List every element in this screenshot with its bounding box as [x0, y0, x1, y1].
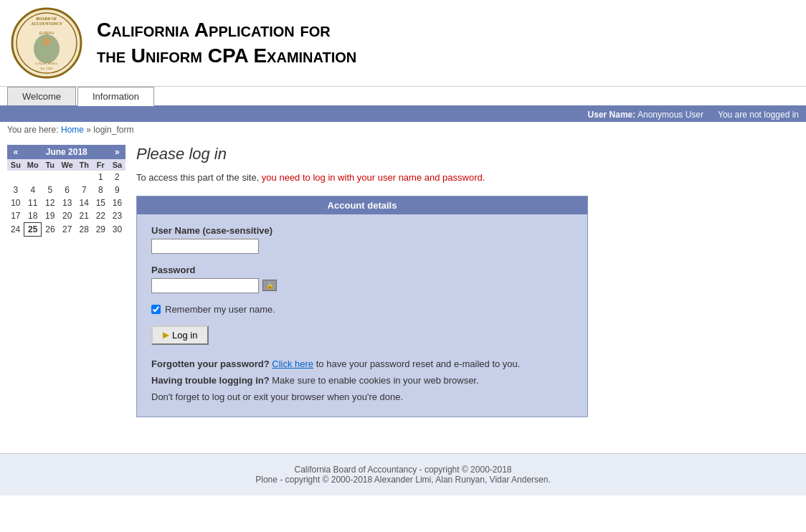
help-text: Forgotten your password? Click here to h…: [151, 356, 573, 406]
page-footer: California Board of Accountancy - copyri…: [0, 453, 806, 495]
calendar-day[interactable]: 6: [59, 184, 76, 196]
calendar-day[interactable]: 9: [109, 184, 125, 196]
calendar-day[interactable]: 23: [109, 209, 125, 223]
main-content: Please log in To access this part of the…: [136, 145, 799, 417]
site-logo: BOARD OF ACCOUNTANCY EUREKA CALIFORNIA E…: [11, 7, 82, 79]
calendar-month-year: June 2018: [24, 145, 109, 159]
tab-welcome[interactable]: Welcome: [7, 87, 76, 105]
remember-me-checkbox[interactable]: [151, 305, 161, 314]
footer-line2: Plone - copyright © 2000-2018 Alexander …: [11, 475, 795, 485]
intro-highlight: you need to log in with your user name a…: [262, 172, 485, 183]
svg-text:CALIFORNIA: CALIFORNIA: [36, 62, 58, 65]
calendar-day[interactable]: 29: [93, 223, 109, 237]
password-icon[interactable]: 🔒: [262, 280, 277, 291]
sidebar: « June 2018 » Su Mo Tu We Th Fr Sa 1 2: [7, 145, 125, 417]
calendar-day[interactable]: 17: [7, 209, 24, 223]
password-input-row: 🔒: [151, 278, 573, 293]
svg-text:BOARD OF: BOARD OF: [37, 16, 58, 21]
password-input[interactable]: [151, 278, 259, 293]
calendar-day[interactable]: 21: [76, 209, 93, 223]
calendar-day[interactable]: 10: [7, 196, 24, 209]
remember-me-row: Remember my user name.: [151, 304, 573, 315]
navigation-tabs: Welcome Information: [0, 87, 806, 108]
calendar-day[interactable]: 2: [109, 171, 125, 184]
calendar-day[interactable]: 22: [93, 209, 109, 223]
calendar-prev-button[interactable]: «: [7, 145, 24, 159]
calendar-day[interactable]: 16: [109, 196, 125, 209]
account-box-header: Account details: [137, 196, 587, 214]
calendar-day[interactable]: 15: [93, 196, 109, 209]
login-button[interactable]: ▶ Log in: [151, 326, 209, 345]
trouble-bold: Having trouble logging in?: [151, 375, 270, 386]
calendar-next-button[interactable]: »: [109, 145, 125, 159]
svg-text:Est. 1929: Est. 1929: [40, 67, 53, 70]
calendar-today[interactable]: 25: [24, 223, 42, 237]
calendar-day[interactable]: 12: [42, 196, 59, 209]
main-layout: « June 2018 » Su Mo Tu We Th Fr Sa 1 2: [0, 138, 806, 424]
calendar-week-5: 24 25 26 27 28 29 30: [7, 223, 125, 237]
footer-line1: California Board of Accountancy - copyri…: [11, 465, 795, 475]
site-title-block: California Application for the Uniform C…: [97, 17, 356, 70]
tab-information[interactable]: Information: [77, 87, 154, 106]
calendar-day[interactable]: 30: [109, 223, 125, 237]
calendar-day-headers: Su Mo Tu We Th Fr Sa: [7, 159, 125, 171]
site-title: California Application for the Uniform C…: [97, 17, 356, 70]
remember-me-label: Remember my user name.: [165, 304, 275, 315]
calendar: « June 2018 » Su Mo Tu We Th Fr Sa 1 2: [7, 145, 125, 237]
forgotten-password-link[interactable]: Click here: [272, 358, 313, 369]
page-header: BOARD OF ACCOUNTANCY EUREKA CALIFORNIA E…: [0, 0, 806, 87]
login-button-label: Log in: [172, 330, 197, 341]
calendar-day[interactable]: 3: [7, 184, 24, 196]
login-status: You are not logged in: [718, 110, 799, 120]
username-input[interactable]: [151, 239, 259, 254]
user-name-label: User Name: Anonymous User: [588, 110, 703, 120]
calendar-day[interactable]: 4: [24, 184, 42, 196]
account-box-body: User Name (case-sensitive) Password 🔒 Re…: [137, 214, 587, 417]
calendar-day[interactable]: 1: [93, 171, 109, 184]
calendar-day[interactable]: 19: [42, 209, 59, 223]
password-field-group: Password 🔒: [151, 265, 573, 293]
calendar-day[interactable]: 26: [42, 223, 59, 237]
password-label: Password: [151, 265, 573, 275]
status-bar: User Name: Anonymous User You are not lo…: [0, 108, 806, 122]
calendar-day[interactable]: 7: [76, 184, 93, 196]
svg-point-6: [42, 37, 51, 46]
calendar-week-4: 17 18 19 20 21 22 23: [7, 209, 125, 223]
page-title: Please log in: [136, 145, 799, 163]
calendar-day[interactable]: 5: [42, 184, 59, 196]
calendar-day[interactable]: 8: [93, 184, 109, 196]
calendar-day[interactable]: 18: [24, 209, 42, 223]
calendar-day[interactable]: 24: [7, 223, 24, 237]
calendar-week-1: 1 2: [7, 171, 125, 184]
forgotten-password-bold: Forgotten your password?: [151, 358, 270, 369]
trouble-text: Make sure to enable cookies in your web …: [272, 375, 478, 386]
svg-text:ACCOUNTANCY: ACCOUNTANCY: [31, 22, 62, 26]
calendar-day[interactable]: 14: [76, 196, 93, 209]
username-label: User Name (case-sensitive): [151, 225, 573, 236]
logout-reminder: Don't forget to log out or exit your bro…: [151, 391, 403, 402]
login-icon: ▶: [163, 330, 169, 340]
calendar-day[interactable]: 13: [59, 196, 76, 209]
breadcrumb: You are here: Home » login_form: [0, 122, 806, 138]
account-details-box: Account details User Name (case-sensitiv…: [136, 196, 588, 417]
calendar-week-2: 3 4 5 6 7 8 9: [7, 184, 125, 196]
username-field-group: User Name (case-sensitive): [151, 225, 573, 254]
calendar-day[interactable]: 11: [24, 196, 42, 209]
breadcrumb-current: login_form: [93, 125, 133, 135]
calendar-day[interactable]: 20: [59, 209, 76, 223]
calendar-day[interactable]: 27: [59, 223, 76, 237]
intro-text: To access this part of the site, you nee…: [136, 171, 799, 185]
username-input-row: [151, 239, 573, 254]
calendar-day[interactable]: 28: [76, 223, 93, 237]
calendar-week-3: 10 11 12 13 14 15 16: [7, 196, 125, 209]
breadcrumb-home-link[interactable]: Home: [61, 125, 84, 135]
forgotten-password-rest: to have your password reset and e-mailed…: [316, 358, 521, 369]
